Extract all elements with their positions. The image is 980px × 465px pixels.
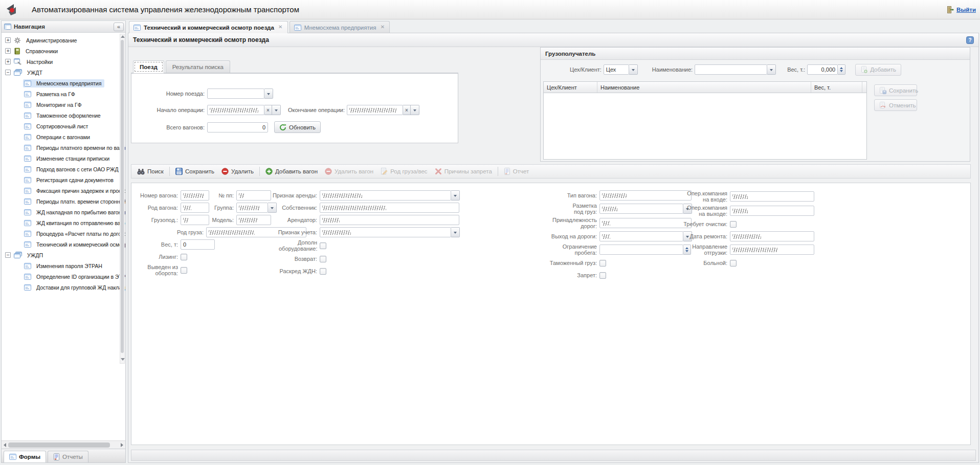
clear-icon[interactable]: × <box>264 105 272 115</box>
help-icon[interactable]: ? <box>966 36 974 44</box>
wagon-checkbox[interactable] <box>181 254 187 260</box>
tree-expand-icon[interactable]: + <box>5 59 11 64</box>
logout-link[interactable]: Выйти <box>956 7 976 13</box>
tree-expand-icon[interactable]: + <box>5 37 11 43</box>
save-button[interactable]: Сохранить <box>874 84 917 96</box>
tree-item[interactable]: ЖД квитанция по отправлению вагонов <box>3 217 119 228</box>
grid-column-header[interactable]: Вес, т. <box>811 82 862 93</box>
tree-item[interactable]: Мониторинг на ГФ <box>3 99 119 110</box>
close-icon[interactable]: ✕ <box>277 24 284 31</box>
close-icon[interactable]: ✕ <box>379 24 386 31</box>
toolbar-button[interactable]: Удалить вагон <box>321 166 377 176</box>
collapse-sidebar-button[interactable]: « <box>114 23 124 31</box>
wagon-field[interactable] <box>320 190 451 201</box>
wagon-field[interactable] <box>730 206 814 216</box>
wagon-field[interactable]: 0 <box>181 239 215 250</box>
tree-item[interactable]: Мнемосхема предприятия <box>3 78 119 88</box>
wagon-checkbox[interactable] <box>320 268 326 275</box>
chevron-down-icon[interactable] <box>451 227 460 237</box>
tree-item[interactable]: Сортировочный лист <box>3 121 119 131</box>
tree-horizontal-scrollbar[interactable] <box>2 440 125 449</box>
wagon-checkbox[interactable] <box>320 242 326 249</box>
wagon-field[interactable] <box>320 203 459 213</box>
tree-item[interactable]: Операции с вагонами <box>3 131 119 142</box>
tree-item-label: Изменения пароля ЭТРАН <box>36 263 102 269</box>
scrollbar-thumb[interactable] <box>121 40 124 353</box>
wagon-field[interactable] <box>730 245 814 255</box>
operation-end-field[interactable] <box>347 105 403 115</box>
toolbar-button[interactable]: Поиск <box>133 167 167 176</box>
tree-vertical-scrollbar[interactable] <box>120 34 125 364</box>
toolbar-button[interactable]: Отчет <box>500 166 533 176</box>
wagon-field[interactable] <box>730 191 814 202</box>
tab-search-results[interactable]: Результаты поиска <box>166 60 230 73</box>
chevron-down-icon[interactable] <box>451 190 460 201</box>
weight-field[interactable]: 0,000 <box>807 64 838 75</box>
dept-client-combo[interactable]: Цех <box>604 64 629 75</box>
add-button[interactable]: Добавить <box>855 64 901 76</box>
chevron-down-icon[interactable] <box>272 105 281 115</box>
wagon-checkbox[interactable] <box>730 221 737 228</box>
name-combo[interactable] <box>695 64 767 75</box>
scroll-down-arrow-icon[interactable] <box>121 358 125 361</box>
tree-item[interactable]: Доставки для групповой ЖД накладной <box>3 282 119 293</box>
toolbar-button[interactable]: Сохранить <box>172 166 218 176</box>
tab-train[interactable]: Поезд <box>133 60 164 73</box>
tree-item[interactable]: Периоды платного времени по вагонам <box>3 142 119 153</box>
scrollbar-thumb[interactable] <box>8 442 110 448</box>
tree-expand-icon[interactable]: − <box>5 70 11 75</box>
tree-item[interactable]: Периоды платн. времени сторонней организ… <box>3 196 119 207</box>
tree-item[interactable]: Таможенное оформление <box>3 110 119 121</box>
toolbar-button[interactable]: Добавить вагон <box>262 166 321 176</box>
main-tab[interactable]: Мнемосхема предприятия✕ <box>289 21 390 33</box>
weight-spinner[interactable] <box>838 64 845 75</box>
tree-item[interactable]: Технический и коммерческий осмотр поезда <box>3 239 119 250</box>
toolbar-button[interactable]: Причины запрета <box>431 166 496 176</box>
tree-item[interactable]: +Настройки <box>3 56 119 67</box>
cancel-button[interactable]: Отменить <box>874 99 917 111</box>
scroll-left-arrow-icon[interactable] <box>4 443 6 447</box>
chevron-down-icon[interactable] <box>411 105 419 115</box>
tree-item[interactable]: −УЖДТ <box>3 67 119 78</box>
tree-item[interactable]: +Справочники <box>3 46 119 56</box>
tab-label: Поезд <box>140 64 158 70</box>
refresh-button[interactable]: Обновить <box>274 121 321 133</box>
toolbar-button[interactable]: Род груза/вес <box>377 166 431 176</box>
tree-item[interactable]: Регистрация сдачи документов <box>3 174 119 185</box>
tree-item[interactable]: −УЖДП <box>3 250 119 260</box>
wagon-field[interactable] <box>730 231 814 241</box>
scroll-right-arrow-icon[interactable] <box>121 443 123 447</box>
scroll-up-arrow-icon[interactable] <box>121 35 125 38</box>
toolbar-button[interactable]: Удалить <box>218 166 257 176</box>
tree-expand-icon[interactable]: + <box>5 48 11 54</box>
tree-item[interactable]: Определение ID организации в ЭТРАН <box>3 271 119 282</box>
tree-item[interactable]: ЖД накладная по прибытию вагонов <box>3 207 119 217</box>
operation-start-field[interactable] <box>207 105 264 115</box>
tree-item[interactable]: Фиксация причин задержек и простоев <box>3 185 119 196</box>
chevron-down-icon[interactable] <box>629 64 638 75</box>
train-number-combo[interactable] <box>207 88 264 99</box>
grid-column-header[interactable]: Наименование <box>597 82 811 93</box>
tab-reports[interactable]: Отчеты <box>48 451 88 462</box>
tree-item[interactable]: Изменения пароля ЭТРАН <box>3 260 119 271</box>
wagon-field[interactable] <box>320 227 451 237</box>
clear-icon[interactable]: × <box>403 105 411 115</box>
tree-expand-icon[interactable]: − <box>5 252 11 258</box>
tree-item[interactable]: Подход вагонов с сети ОАО РЖД <box>3 164 119 174</box>
grid-column-header[interactable]: Цех/Клиент <box>544 82 597 93</box>
wagon-checkbox[interactable] <box>320 256 326 262</box>
wagon-checkbox[interactable] <box>730 260 737 267</box>
chevron-down-icon[interactable] <box>264 88 273 99</box>
tree-item[interactable]: Изменение станции приписки <box>3 153 119 164</box>
wagon-checkbox[interactable] <box>599 260 606 267</box>
tab-forms[interactable]: Формы <box>4 451 46 462</box>
main-tab[interactable]: Технический и коммерческий осмотр поезда… <box>129 21 288 33</box>
wagon-field[interactable] <box>320 215 459 225</box>
wagon-checkbox[interactable] <box>181 267 187 274</box>
tree-item[interactable]: +Администрирование <box>3 35 119 46</box>
tree-item[interactable]: Разметка на ГФ <box>3 88 119 99</box>
total-wagons-field[interactable]: 0 <box>207 122 268 132</box>
wagon-checkbox[interactable] <box>599 272 606 279</box>
tree-item[interactable]: Процедура «Расчет платы по договорам» <box>3 228 119 239</box>
chevron-down-icon[interactable] <box>767 64 776 75</box>
